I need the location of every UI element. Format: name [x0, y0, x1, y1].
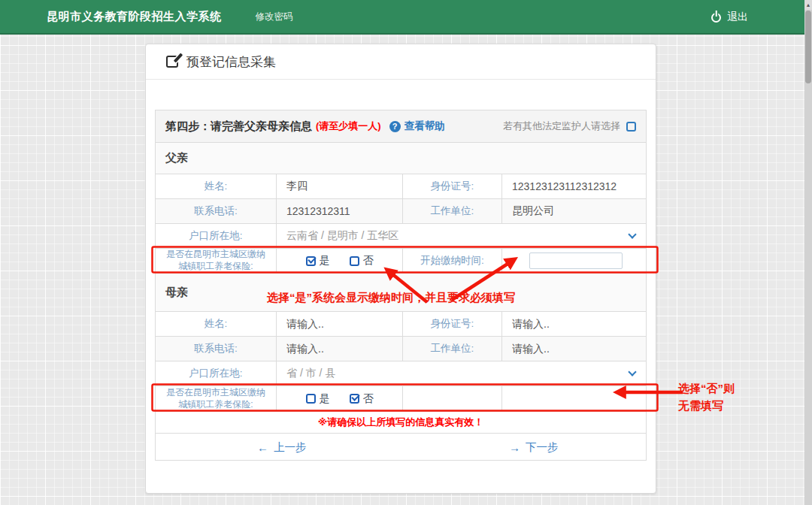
father-insurance-yes[interactable]: 是: [306, 254, 330, 268]
form-table: 第四步：请完善父亲母亲信息 (请至少填一人) ? 查看帮助 若有其他法定监护人请…: [155, 110, 647, 461]
power-icon: [711, 13, 721, 23]
checkbox-checked-icon[interactable]: [350, 394, 359, 404]
mother-phone-label: 联系电话:: [156, 337, 276, 361]
mother-insurance-no[interactable]: 否: [350, 392, 374, 406]
father-id-value[interactable]: 123123123112312312: [501, 174, 646, 198]
mother-name-label: 姓名:: [156, 312, 276, 336]
father-section-header: 父亲: [156, 143, 646, 174]
prev-step-button[interactable]: ← 上一步: [257, 440, 307, 455]
father-id-label: 身份证号:: [402, 174, 501, 198]
insurance-label-line1: 是否在昆明市主城区缴纳: [166, 249, 265, 261]
father-section-label: 父亲: [165, 151, 188, 165]
father-employer-label: 工作单位:: [402, 199, 501, 223]
notice-text: ※请确保以上所填写的信息真实有效！: [318, 416, 484, 429]
father-employer-value[interactable]: 昆明公司: [501, 199, 646, 223]
prev-step-label: 上一步: [274, 440, 307, 455]
mother-insurance-yes[interactable]: 是: [306, 392, 330, 406]
mother-residence-value: 省 / 市 / 县: [286, 367, 335, 380]
yes-label: 是: [320, 254, 330, 268]
mother-phone-row: 联系电话: 工作单位:: [156, 337, 646, 361]
no-label: 否: [363, 254, 374, 268]
help-link[interactable]: 查看帮助: [404, 119, 445, 133]
pay-start-cell: [501, 249, 646, 273]
checkbox-icon[interactable]: [350, 256, 359, 266]
father-residence-select[interactable]: 云南省 / 昆明市 / 五华区: [276, 224, 646, 248]
notice-row: ※请确保以上所填写的信息真实有效！: [156, 412, 646, 434]
mother-empty-cell-2: [501, 386, 646, 411]
mother-employer-label: 工作单位:: [402, 337, 501, 361]
edit-icon: [166, 56, 178, 68]
panel-title: 预登记信息采集: [186, 53, 276, 71]
father-phone-label: 联系电话:: [156, 199, 276, 223]
pay-start-input[interactable]: [529, 252, 623, 269]
father-insurance-no[interactable]: 否: [350, 254, 374, 268]
mother-id-label: 身份证号:: [402, 312, 501, 336]
father-name-label: 姓名:: [156, 174, 276, 198]
logout-button[interactable]: 退出: [711, 0, 748, 35]
insurance-label-line2: 城镇职工养老保险:: [178, 399, 253, 411]
mother-id-input[interactable]: [512, 318, 639, 330]
arrow-left-icon: ←: [257, 441, 268, 454]
step-title: 第四步：请完善父亲母亲信息: [165, 119, 312, 134]
father-residence-value: 云南省 / 昆明市 / 五华区: [286, 229, 398, 243]
step-header: 第四步：请完善父亲母亲信息 (请至少填一人) ? 查看帮助 若有其他法定监护人请…: [156, 110, 646, 143]
father-residence-label: 户口所在地:: [156, 224, 276, 248]
next-step-button[interactable]: → 下一步: [509, 440, 559, 455]
guardian-checkbox[interactable]: [626, 122, 636, 132]
no-label: 否: [363, 392, 374, 406]
mother-insurance-options: 是 否: [276, 386, 402, 411]
annotation-no-note: 选择“否”则 无需填写: [678, 380, 735, 414]
chevron-down-icon[interactable]: [628, 367, 636, 376]
annotation-no-note-line2: 无需填写: [678, 397, 735, 414]
mother-residence-row: 户口所在地: 省 / 市 / 县: [156, 361, 646, 386]
father-residence-row: 户口所在地: 云南省 / 昆明市 / 五华区: [156, 224, 646, 249]
mother-name-cell: [276, 312, 402, 336]
pay-start-label: 开始缴纳时间:: [402, 249, 501, 273]
mother-phone-cell: [276, 337, 402, 361]
annotation-no-note-line1: 选择“否”则: [678, 380, 735, 397]
father-insurance-options: 是 否: [276, 249, 402, 273]
insurance-label-line1: 是否在昆明市主城区缴纳: [166, 387, 265, 399]
mother-insurance-row: 是否在昆明市主城区缴纳 城镇职工养老保险: 是 否: [156, 386, 646, 412]
scrollbar[interactable]: ▲: [804, 0, 812, 505]
checkbox-icon[interactable]: [306, 394, 316, 404]
father-name-value[interactable]: 李四: [276, 174, 402, 198]
logout-label: 退出: [727, 11, 748, 24]
scrollbar-thumb[interactable]: [805, 11, 811, 83]
checkbox-checked-icon[interactable]: [306, 256, 316, 266]
insurance-label-line2: 城镇职工养老保险:: [178, 261, 253, 273]
scroll-up-icon[interactable]: ▲: [804, 0, 812, 10]
mother-residence-select[interactable]: 省 / 市 / 县: [276, 361, 646, 386]
father-phone-row: 联系电话: 12312312311 工作单位: 昆明公司: [156, 199, 646, 224]
mother-empty-cell-1: [402, 386, 501, 411]
mother-name-input[interactable]: [286, 318, 396, 330]
chevron-down-icon[interactable]: [628, 230, 636, 238]
mother-name-row: 姓名: 身份证号:: [156, 312, 646, 337]
father-insurance-label: 是否在昆明市主城区缴纳 城镇职工养老保险:: [156, 249, 276, 273]
step-subtitle: (请至少填一人): [316, 119, 381, 133]
mother-employer-input[interactable]: [512, 343, 639, 355]
father-insurance-row: 是否在昆明市主城区缴纳 城镇职工养老保险: 是 否 开始缴纳时间:: [156, 249, 646, 274]
yes-label: 是: [320, 392, 330, 406]
next-step-label: 下一步: [526, 440, 559, 455]
change-password-link[interactable]: 修改密码: [256, 11, 293, 23]
mother-residence-label: 户口所在地:: [156, 361, 276, 386]
top-navbar: 昆明市义务教育阶段招生入学系统 修改密码 退出: [0, 0, 812, 35]
app-title: 昆明市义务教育阶段招生入学系统: [47, 10, 222, 24]
mother-id-cell: [501, 312, 646, 336]
mother-employer-cell: [501, 337, 646, 361]
arrow-right-icon: →: [509, 441, 520, 454]
father-phone-value[interactable]: 12312312311: [276, 199, 402, 223]
father-name-row: 姓名: 李四 身份证号: 123123123112312312: [156, 174, 646, 199]
panel-header: 预登记信息采集: [146, 44, 656, 80]
mother-insurance-label: 是否在昆明市主城区缴纳 城镇职工养老保险:: [156, 386, 276, 411]
footer-row: ← 上一步 → 下一步: [156, 434, 646, 461]
guardian-hint: 若有其他法定监护人请选择: [503, 119, 620, 133]
question-circle-icon[interactable]: ?: [389, 121, 401, 132]
annotation-yes-note: 选择“是”系统会显示缴纳时间，并且要求必须填写: [267, 291, 515, 305]
main-panel: 预登记信息采集 第四步：请完善父亲母亲信息 (请至少填一人) ? 查看帮助 若有…: [145, 44, 656, 494]
mother-section-label: 母亲: [165, 286, 188, 300]
mother-phone-input[interactable]: [286, 343, 396, 355]
